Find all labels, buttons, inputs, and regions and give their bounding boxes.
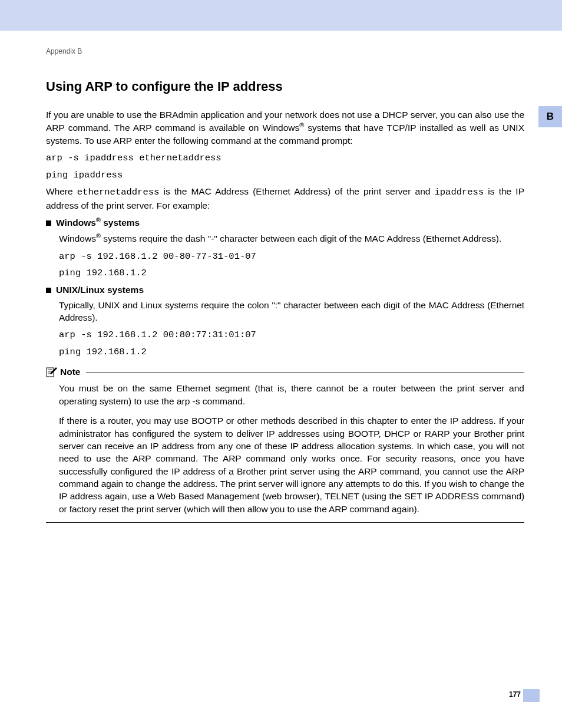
unix-label: UNIX/Linux systems [56, 285, 144, 295]
registered-mark: ® [96, 232, 101, 239]
note-paragraph-2: If there is a router, you may use BOOTP … [59, 414, 524, 515]
side-tab: B [538, 106, 562, 127]
square-bullet-icon [46, 288, 51, 293]
unix-desc: Typically, UNIX and Linux systems requir… [59, 299, 524, 324]
page-content: Appendix B Using ARP to configure the IP… [46, 47, 524, 523]
command-ping-unix: ping 192.168.1.2 [59, 345, 524, 358]
command-arp-windows: arp -s 192.168.1.2 00-80-77-31-01-07 [59, 250, 524, 263]
windows-desc: Windows® systems require the dash "-" ch… [59, 232, 524, 245]
command-ping-windows: ping 192.168.1.2 [59, 266, 524, 279]
bullet-unix: UNIX/Linux systems [46, 285, 524, 295]
command-arp-unix: arp -s 192.168.1.2 00:80:77:31:01:07 [59, 328, 524, 341]
page-number-tab [523, 689, 540, 702]
note-divider-line [86, 373, 524, 373]
where-code-ip: ipaddress [435, 187, 484, 197]
registered-mark: ® [96, 216, 101, 223]
note-pencil-icon [46, 367, 58, 377]
command-ping-generic: ping ipaddress [46, 169, 524, 182]
note-bottom-divider [46, 522, 524, 523]
unix-section: Typically, UNIX and Linux systems requir… [59, 299, 524, 359]
windows-desc-post: systems require the dash "-" character b… [101, 233, 501, 243]
note-paragraph-1: You must be on the same Ethernet segment… [59, 382, 524, 407]
windows-label-post: systems [101, 218, 140, 228]
windows-desc-pre: Windows [59, 233, 96, 243]
bullet-windows: Windows® systems [46, 216, 524, 228]
page-title: Using ARP to configure the IP address [46, 79, 524, 94]
command-arp-generic: arp -s ipaddress ethernetaddress [46, 151, 524, 164]
top-bar [0, 0, 562, 31]
note-title: Note [60, 367, 80, 377]
where-code-ethernet: ethernetaddress [77, 187, 160, 197]
where-paragraph: Where ethernetaddress is the MAC Address… [46, 185, 524, 212]
windows-label-pre: Windows [56, 218, 96, 228]
windows-section: Windows® systems require the dash "-" ch… [59, 232, 524, 279]
where-mid: is the MAC Address (Ethernet Address) of… [159, 186, 434, 196]
page-number: 177 [509, 690, 521, 699]
note-body: You must be on the same Ethernet segment… [59, 382, 524, 515]
breadcrumb: Appendix B [46, 47, 524, 55]
note-header: Note [46, 367, 524, 377]
intro-paragraph: If you are unable to use the BRAdmin app… [46, 108, 524, 147]
square-bullet-icon [46, 220, 51, 226]
where-pre: Where [46, 186, 77, 196]
windows-label: Windows® systems [56, 216, 140, 228]
